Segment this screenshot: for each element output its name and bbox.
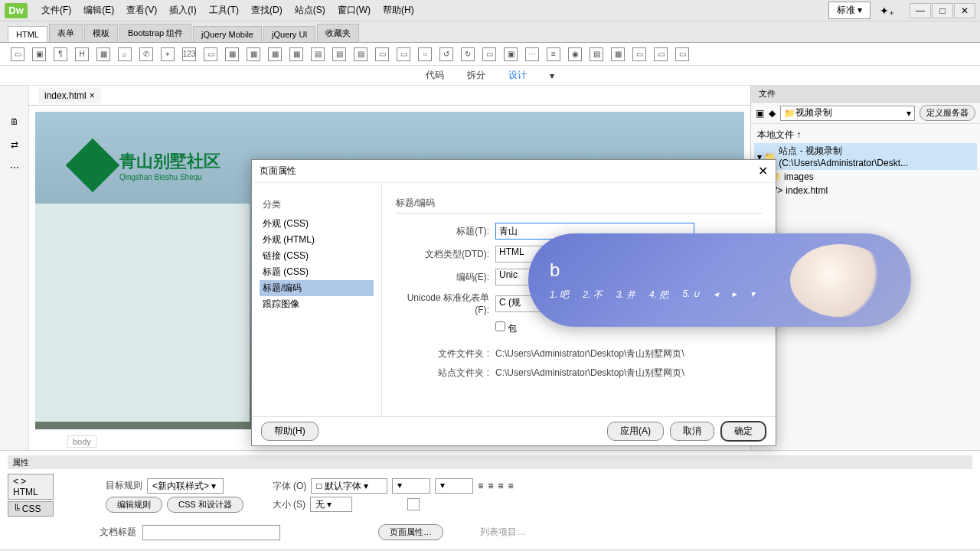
ime-cand-5[interactable]: 5. ∪ <box>682 289 699 302</box>
align-justify-icon[interactable]: ≡ <box>508 481 513 491</box>
header-icon[interactable]: ▭ <box>204 47 217 61</box>
css-mode-button[interactable]: ╚ CSS <box>8 501 54 517</box>
sync-icon[interactable]: ✦₊ <box>875 5 899 17</box>
image-icon[interactable]: ▣ <box>32 47 46 61</box>
cat-tracing[interactable]: 跟踪图像 <box>260 296 374 312</box>
script-icon[interactable]: ▤ <box>590 47 603 61</box>
ok-button[interactable]: 确定 <box>720 421 766 442</box>
article-icon[interactable]: ↺ <box>439 47 453 61</box>
view-design[interactable]: 设计 <box>504 67 531 84</box>
site-select[interactable]: 📁 视频录制 ▾ <box>780 106 915 121</box>
dialog-close-icon[interactable]: ✕ <box>758 164 768 178</box>
menu-view[interactable]: 查看(V) <box>120 1 163 20</box>
tab-form[interactable]: 表单 <box>49 24 83 42</box>
target-rule-select[interactable]: <新内联样式> ▾ <box>147 478 224 494</box>
ftp-icon[interactable]: ▣ <box>756 108 764 119</box>
cancel-button[interactable]: 取消 <box>670 422 714 441</box>
edit-rule-button[interactable]: 编辑规则 <box>106 497 162 513</box>
properties-header[interactable]: 属性 <box>8 455 972 469</box>
view-code[interactable]: 代码 <box>421 67 449 84</box>
align-left-icon[interactable]: ≡ <box>478 481 483 491</box>
table-icon[interactable]: ▦ <box>96 47 110 61</box>
cat-headings[interactable]: 标题 (CSS) <box>260 264 374 280</box>
phone-icon[interactable]: ✆ <box>139 47 153 61</box>
aside-icon[interactable]: ○ <box>418 47 432 61</box>
viewport-icon[interactable]: ◉ <box>568 47 582 61</box>
menu-window[interactable]: 窗口(W) <box>332 1 377 20</box>
menu-insert[interactable]: 插入(I) <box>163 1 202 20</box>
close-tab-icon[interactable]: × <box>90 90 95 101</box>
include-checkbox[interactable]: 包 <box>495 321 517 335</box>
more-icon[interactable]: ⋯ <box>10 162 19 173</box>
tree-root[interactable]: ▾ 📁 站点 - 视频录制 (C:\Users\Administrator\De… <box>754 143 977 170</box>
hyperlink-icon[interactable]: ▭ <box>375 47 389 61</box>
paragraph-icon[interactable]: ¶ <box>54 47 67 61</box>
li-icon[interactable]: ▤ <box>354 47 368 61</box>
tag-selector[interactable]: body <box>67 435 96 448</box>
tab-fav[interactable]: 收藏夹 <box>317 24 359 42</box>
ol-icon[interactable]: ▤ <box>332 47 346 61</box>
tab-template[interactable]: 模板 <box>84 24 118 42</box>
ime-expand-icon[interactable]: ▾ <box>750 289 755 302</box>
html-mode-button[interactable]: < > HTML <box>8 474 54 500</box>
define-server-button[interactable]: 定义服务器 <box>920 105 975 121</box>
ime-cand-1[interactable]: 1. 吧 <box>550 289 569 302</box>
apply-button[interactable]: 应用(A) <box>607 422 664 441</box>
sync-files-icon[interactable]: ◆ <box>769 108 776 119</box>
meta-icon[interactable]: ▣ <box>504 47 518 61</box>
align-center-icon[interactable]: ≡ <box>488 481 493 491</box>
tab-html[interactable]: HTML <box>8 26 47 42</box>
ime-cand-3[interactable]: 3. 并 <box>616 289 635 302</box>
cal-icon[interactable]: ▦ <box>268 47 282 61</box>
figure-icon[interactable]: ⌕ <box>118 47 132 61</box>
file-manage-icon[interactable]: 🗎 <box>10 116 19 127</box>
email-icon[interactable]: ▦ <box>611 47 625 61</box>
div-icon[interactable]: ▭ <box>11 47 24 61</box>
ime-prev-icon[interactable]: ◂ <box>714 289 718 302</box>
view-dropdown-icon[interactable]: ▾ <box>545 68 559 83</box>
cat-appearance-html[interactable]: 外观 (HTML) <box>260 232 374 248</box>
keywords-icon[interactable]: ⋯ <box>525 47 539 61</box>
ime-next-icon[interactable]: ▸ <box>732 289 737 302</box>
tree-folder-images[interactable]: 📁 images <box>754 170 977 184</box>
expand-icon[interactable]: ⇄ <box>11 139 18 150</box>
menu-help[interactable]: 帮助(H) <box>377 1 420 20</box>
ime-cand-2[interactable]: 2. 不 <box>583 289 602 302</box>
cat-appearance-css[interactable]: 外观 (CSS) <box>260 216 374 232</box>
list-icon[interactable]: ▤ <box>311 47 325 61</box>
footer-icon[interactable]: ▭ <box>482 47 496 61</box>
date-icon[interactable]: ▦ <box>247 47 260 61</box>
section-icon[interactable]: ↻ <box>461 47 475 61</box>
layout-dropdown[interactable]: 标准 ▾ <box>828 2 871 19</box>
main-icon[interactable]: ▭ <box>397 47 410 61</box>
tab-jqui[interactable]: jQuery UI <box>263 26 315 42</box>
grid-icon[interactable]: ▦ <box>225 47 239 61</box>
tree-file-index[interactable]: </> index.html <box>754 184 977 197</box>
tree-header[interactable]: 本地文件 ↑ <box>754 127 977 143</box>
font-select[interactable]: □ 默认字体 ▾ <box>311 478 387 494</box>
html5-icon[interactable]: ▭ <box>632 47 646 61</box>
color-picker[interactable] <box>407 498 420 510</box>
close-button[interactable]: ✕ <box>954 3 975 18</box>
align-right-icon[interactable]: ≡ <box>498 481 503 491</box>
menu-find[interactable]: 查找(D) <box>245 1 289 20</box>
css-designer-button[interactable]: CSS 和设计器 <box>167 497 243 513</box>
cat-title-encoding[interactable]: 标题/编码 <box>260 280 374 296</box>
help-button[interactable]: 帮助(H) <box>261 422 318 441</box>
page-props-button[interactable]: 页面属性… <box>378 524 443 540</box>
cat-links[interactable]: 链接 (CSS) <box>260 248 374 264</box>
time-icon[interactable]: ▦ <box>289 47 303 61</box>
minimize-button[interactable]: — <box>910 3 931 18</box>
animate-icon[interactable]: ▭ <box>675 47 689 61</box>
view-split[interactable]: 拆分 <box>462 67 490 84</box>
files-panel-tab[interactable]: 文件 <box>751 86 980 103</box>
menu-tools[interactable]: 工具(T) <box>203 1 245 20</box>
font-weight-select[interactable]: ▾ <box>435 478 473 494</box>
menu-file[interactable]: 文件(F) <box>35 1 77 20</box>
tab-bootstrap[interactable]: Bootstrap 组件 <box>119 24 191 42</box>
size-select[interactable]: 无 ▾ <box>310 497 352 512</box>
search-icon[interactable]: ⌖ <box>161 47 175 61</box>
doc-title-input[interactable] <box>142 525 280 540</box>
tab-jqmobile[interactable]: jQuery Mobile <box>193 26 262 42</box>
menu-edit[interactable]: 编辑(E) <box>77 1 120 20</box>
